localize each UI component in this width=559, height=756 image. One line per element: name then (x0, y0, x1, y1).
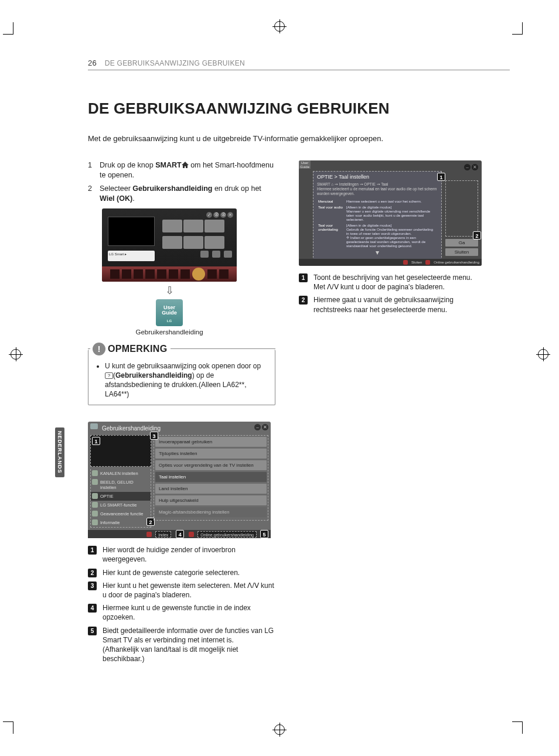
foot-dot-icon (425, 260, 430, 265)
guide-card-line: Guide (156, 310, 183, 316)
close-button: Sluiten (445, 248, 478, 256)
panel-item: Opties voor vergrendeling van de TV inst… (155, 460, 267, 470)
breadcrumb: OPTIE > Taal instellen (317, 174, 438, 180)
note-icon: ! (93, 343, 105, 355)
legend-text: Hiermee gaat u vanuit de gebruiksaanwijz… (313, 295, 486, 314)
panel-category-selected: OPTIE (91, 492, 151, 501)
registration-mark-icon (274, 724, 285, 735)
step-bold: Gebruikershandleiding (132, 184, 212, 193)
step-text: . (132, 194, 134, 203)
panel-category: Geavanceerde functie (91, 509, 151, 518)
minimize-icon: – (254, 424, 261, 430)
step-text: Selecteer (100, 184, 132, 193)
registration-mark-icon (538, 349, 548, 360)
user-guide-card: User Guide LG (156, 299, 183, 326)
note-text-part: U kunt de gebruiksaanwijzing ook openen … (105, 362, 261, 370)
registration-mark-icon (11, 349, 21, 360)
note-title: OPMERKING (108, 343, 167, 355)
step-text: en druk op het (212, 184, 261, 193)
chevron-down-icon: ▾ (317, 248, 438, 256)
panel-icon (90, 423, 98, 429)
close-icon: ✕ (262, 424, 268, 430)
step-text: Druk op de knop (100, 161, 155, 169)
close-icon: ✕ (472, 164, 478, 170)
crop-mark (13, 22, 13, 34)
crop-mark (512, 34, 523, 35)
legend-badge: 3 (88, 581, 97, 590)
panel-tab-icon: UserGuide (299, 160, 311, 169)
detail-legend: 1Toont de beschrijving van het geselecte… (299, 273, 486, 314)
legend-text: Hier kunt u het gewenste item selecteren… (103, 581, 275, 600)
legend-badge: 1 (88, 546, 97, 555)
registration-mark-icon (274, 21, 285, 32)
legend-badge: 2 (88, 569, 97, 577)
crop-mark (522, 22, 523, 34)
foot-dot-icon (146, 532, 152, 537)
panel-item-selected: Taal instellen (155, 472, 267, 482)
intro-text: Met de gebruiksaanwijzing kunt u de uitg… (88, 134, 510, 143)
panel-item: Hulp uitgeschakeld (155, 495, 267, 505)
crop-mark (13, 722, 13, 734)
panel-category: LG SMART-functie (91, 501, 151, 509)
foot-close: Sluiten (411, 261, 422, 264)
step-2: 2 Selecteer Gebruikershandleiding en dru… (88, 184, 275, 204)
callout-2: 2 (473, 231, 481, 240)
index-button: Index (155, 531, 171, 538)
legend-badge: 5 (88, 627, 97, 635)
down-arrow-icon: ⇩ (102, 284, 237, 297)
callout-4: 4 (176, 530, 184, 538)
home-icon (182, 161, 189, 167)
step-bold: Wiel (OK) (100, 194, 132, 203)
page-header: 26 DE GEBRUIKSAANWIJZING GEBRUIKEN (88, 59, 510, 70)
minimize-icon: – (464, 164, 471, 170)
language-tab: NEDERLANDS (55, 427, 64, 477)
legend-text: Hiermee kunt u de gewenste functie in de… (103, 603, 275, 622)
panel-description: SMART ⌂ ➙ Instellingen ➙ OPTIE ➙ Taal Hi… (317, 182, 438, 196)
callout-1: 1 (92, 437, 100, 445)
note-text: U kunt de gebruiksaanwijzing ook openen … (105, 361, 268, 399)
settings-table: MenutaalHiermee selecteert u een taal vo… (317, 198, 438, 248)
page-title: DE GEBRUIKSAANWIJZING GEBRUIKEN (88, 100, 510, 118)
smart-home-screenshot: ⤢⦿⦿✕ LG Smart ▸ (102, 208, 237, 282)
foot-online: Online gebruikershandleiding (434, 261, 479, 264)
guide-panel: Gebruikershandleiding –✕ 1 KANALEN inste… (88, 422, 271, 538)
legend-text: Hier kunt de gewenste categorie selecter… (103, 568, 240, 577)
guide-card-brand: LG (156, 319, 183, 323)
preview-box: 1 (90, 435, 151, 467)
panel-title: Gebruikershandleiding (90, 424, 268, 435)
panel-legend: 1Hier wordt de huidige zender of invoerb… (88, 545, 275, 663)
step-bold: SMART (155, 161, 181, 169)
online-guide-button: Online gebruikershandleiding (197, 531, 257, 538)
legend-text: Biedt gedetailleerde informatie over de … (103, 626, 275, 664)
crop-mark (3, 721, 13, 722)
panel-category: KANALEN instellen (91, 469, 151, 478)
side-dashed-box: 2 (445, 180, 478, 237)
go-button: Ga (445, 239, 478, 247)
panel-item: Land instellen (155, 484, 267, 494)
legend-badge: 1 (299, 273, 308, 282)
legend-badge: 2 (299, 296, 308, 305)
guide-caption: Gebruikershandleiding (102, 329, 237, 336)
panel-category: BEELD, GELUID instellen (91, 478, 151, 492)
page-number: 26 (88, 59, 97, 67)
legend-badge: 4 (88, 604, 97, 613)
foot-dot-icon (189, 532, 194, 537)
panel-item: Tijdopties instellen (155, 449, 267, 459)
crop-mark (3, 34, 13, 35)
header-section: DE GEBRUIKSAANWIJZING GEBRUIKEN (105, 59, 245, 67)
panel-category: Informatie (91, 518, 151, 527)
crop-mark (512, 721, 523, 722)
legend-text: Hier wordt de huidige zender of invoerbr… (103, 545, 275, 564)
step-1: 1 Druk op de knop SMART om het Smart-hoo… (88, 160, 275, 180)
callout-5: 5 (260, 530, 268, 538)
detail-panel: UserGuide –✕ OPTIE > Taal instellen 1 SM… (299, 160, 482, 266)
step-number: 2 (88, 184, 100, 204)
crop-mark (522, 722, 523, 734)
foot-dot-icon (403, 260, 408, 265)
question-icon: ? (105, 372, 113, 379)
note-box: ! OPMERKING U kunt de gebruiksaanwijzing… (88, 350, 275, 406)
panel-window-buttons: –✕ (254, 424, 268, 430)
note-bold: Gebruikershandleiding (115, 371, 192, 379)
legend-text: Toont de beschrijving van het geselectee… (313, 273, 472, 292)
panel-item: Invoerapparaat gebruiken (155, 437, 267, 447)
